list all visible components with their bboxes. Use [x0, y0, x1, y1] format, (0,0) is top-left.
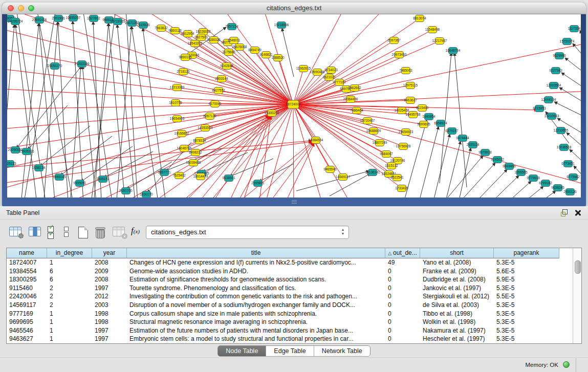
network-node[interactable]: 7663822: [155, 25, 168, 32]
column-header-short[interactable]: short: [420, 248, 494, 258]
network-node[interactable]: 8813074: [413, 15, 426, 22]
table-mode-icon[interactable]: [9, 227, 21, 236]
table-cell[interactable]: 0: [385, 318, 420, 326]
column-header-pagerank[interactable]: pagerank: [494, 248, 559, 258]
network-node[interactable]: 9115460: [416, 105, 429, 112]
network-node[interactable]: 6958924: [434, 120, 447, 127]
table-cell[interactable]: 0: [385, 310, 420, 318]
table-cell[interactable]: Tibbo et al. (1998): [420, 310, 494, 318]
table-cell[interactable]: 2: [47, 301, 92, 310]
show-columns-icon[interactable]: [29, 227, 41, 236]
network-node[interactable]: 9849466: [503, 163, 516, 170]
selection-mode-icon[interactable]: ✓ ✓: [48, 227, 56, 240]
network-node[interactable]: 6799182: [539, 180, 552, 187]
table-cell[interactable]: Franke et al. (2009): [420, 267, 494, 276]
table-cell[interactable]: 9465546: [7, 326, 47, 335]
network-node[interactable]: 9638501: [222, 175, 235, 182]
network-node[interactable]: 2391906: [52, 15, 65, 22]
table-cell[interactable]: Jankovic et al. (1997): [420, 284, 494, 293]
network-node[interactable]: 9146821: [259, 52, 273, 58]
network-node[interactable]: 3505151: [96, 176, 110, 183]
table-row[interactable]: 969969511998Structural magnetic resonanc…: [7, 318, 573, 326]
table-cell[interactable]: 2008: [92, 258, 127, 267]
network-node[interactable]: 2803144: [215, 76, 228, 82]
network-node[interactable]: 11962815: [296, 65, 311, 72]
table-cell[interactable]: 6: [47, 275, 92, 284]
table-cell[interactable]: 5.3E-5: [494, 310, 559, 318]
table-cell[interactable]: 2: [47, 292, 92, 301]
vertical-scrollbar[interactable]: [573, 248, 581, 343]
delete-column-icon[interactable]: [95, 227, 105, 239]
table-cell[interactable]: 5.3E-5: [494, 318, 559, 326]
table-cell[interactable]: 9463627: [7, 335, 47, 343]
table-cell[interactable]: 1: [47, 318, 92, 326]
table-cell[interactable]: 2008: [92, 275, 127, 284]
network-node[interactable]: 19384554: [309, 137, 323, 144]
table-cell[interactable]: 0: [385, 326, 420, 335]
network-node[interactable]: 7625402: [172, 172, 186, 179]
table-row[interactable]: 1830029562008Estimation of significance …: [7, 275, 573, 284]
network-node[interactable]: 9463627: [404, 97, 417, 104]
network-node[interactable]: 8498222: [189, 149, 202, 156]
network-node[interactable]: 10036518: [557, 144, 572, 151]
table-cell[interactable]: Nakamura et al. (1997): [420, 326, 494, 335]
network-node[interactable]: 8186328: [207, 37, 221, 43]
network-node[interactable]: 9679918: [478, 149, 492, 156]
table-cell[interactable]: 2003: [92, 301, 127, 310]
table-cell[interactable]: Genome-wide association studies in ADHD.: [127, 267, 385, 276]
window-titlebar[interactable]: citations_edges.txt: [2, 3, 586, 14]
network-node[interactable]: 9890115: [179, 54, 192, 61]
table-cell[interactable]: 19384554: [7, 267, 47, 276]
table-cell[interactable]: 1: [47, 258, 92, 267]
close-panel-icon[interactable]: [574, 209, 581, 216]
network-node[interactable]: 1117324: [568, 26, 581, 32]
table-cell[interactable]: Structural magnetic resonance image aver…: [127, 318, 385, 326]
network-node[interactable]: 16210643: [545, 113, 559, 120]
table-cell[interactable]: 5.3E-5: [494, 301, 559, 310]
table-cell[interactable]: 5.3E-5: [494, 258, 559, 267]
network-node[interactable]: 19218596: [274, 22, 289, 29]
network-node[interactable]: 10719165: [111, 18, 125, 25]
network-node[interactable]: 15751074: [560, 38, 575, 45]
table-cell[interactable]: 0: [385, 284, 420, 293]
table-cell[interactable]: Changes of HCN gene expression and I(f) …: [127, 258, 385, 267]
network-node[interactable]: 7957224: [225, 24, 238, 30]
table-cell[interactable]: 49: [385, 258, 420, 267]
memory-ok-indicator-icon[interactable]: [563, 361, 570, 368]
network-node[interactable]: 2522541: [390, 174, 404, 181]
network-node[interactable]: 9242848: [220, 63, 233, 70]
network-node[interactable]: 19756928: [396, 143, 411, 150]
column-header-in_degree[interactable]: in_degree: [47, 248, 92, 258]
network-node[interactable]: 9857771: [158, 169, 171, 176]
table-cell[interactable]: 1: [47, 335, 92, 343]
table-cell[interactable]: 5.6E-5: [494, 267, 559, 276]
table-row[interactable]: 1872400712008Changes of HCN gene express…: [7, 258, 573, 267]
table-cell[interactable]: Tourette syndrome. Phenomenology and cla…: [127, 284, 385, 293]
table-row[interactable]: 1456911722003Disruption of a novel membe…: [7, 301, 573, 310]
network-node[interactable]: 1640954: [422, 114, 435, 120]
network-node[interactable]: 24055724: [8, 18, 23, 25]
table-row[interactable]: 1938455462009Genome-wide association stu…: [7, 267, 573, 276]
network-node[interactable]: 9245012: [491, 157, 504, 163]
network-node[interactable]: 9827509: [194, 34, 208, 41]
table-cell[interactable]: 5.9E-5: [494, 275, 559, 284]
table-cell[interactable]: 1: [47, 326, 92, 335]
network-node[interactable]: 8267130: [203, 113, 216, 120]
network-node[interactable]: 2395801: [251, 180, 265, 187]
column-header-title[interactable]: title: [127, 248, 385, 258]
network-node[interactable]: 18807249: [373, 140, 387, 146]
table-row[interactable]: 946554611997Estimation of the future num…: [7, 326, 573, 335]
row-height-icon[interactable]: [64, 227, 69, 239]
network-node[interactable]: 2935114: [467, 142, 480, 148]
network-node[interactable]: 12975115: [403, 82, 418, 89]
network-node[interactable]: 1588520: [271, 55, 285, 61]
network-hub-node[interactable]: 18724007: [286, 100, 301, 108]
network-node[interactable]: 9474444: [456, 135, 469, 142]
network-node[interactable]: 21053346: [75, 61, 90, 68]
network-node[interactable]: 1830170: [140, 191, 153, 198]
network-node[interactable]: 11548498: [425, 27, 440, 33]
network-node[interactable]: 8215953: [533, 105, 546, 112]
table-cell[interactable]: 14569117: [7, 301, 47, 310]
table-cell[interactable]: Yano et al. (2008): [420, 258, 494, 267]
table-cell[interactable]: Hescheler et al. (1997): [420, 335, 494, 343]
